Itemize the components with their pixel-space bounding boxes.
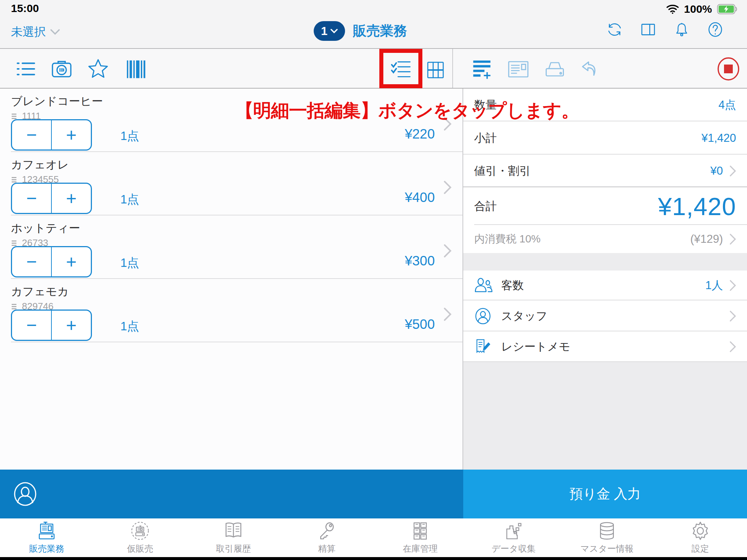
chevron-right-icon bbox=[729, 341, 736, 353]
help-button[interactable] bbox=[707, 21, 724, 38]
tutorial-annotation: 【明細一括編集】ボタンをタップします。 bbox=[235, 98, 579, 123]
cash-drawer-button[interactable] bbox=[544, 60, 565, 79]
code-icon bbox=[11, 113, 19, 120]
tab-label: 仮販売 bbox=[127, 543, 153, 555]
chevron-right-icon bbox=[729, 165, 736, 177]
item-list-button[interactable] bbox=[15, 58, 37, 80]
tab-data-collection[interactable]: データ収集 bbox=[467, 518, 560, 557]
favorites-button[interactable] bbox=[87, 58, 109, 80]
tab-history[interactable]: 取引履歴 bbox=[187, 518, 280, 557]
receipt-memo-icon bbox=[474, 338, 493, 355]
receipt-preview-button[interactable] bbox=[508, 61, 529, 78]
quantity-stepper: − + bbox=[11, 119, 92, 151]
toolbar-divider bbox=[452, 49, 453, 88]
tab-label: 在庫管理 bbox=[403, 543, 438, 555]
screen-edge bbox=[0, 557, 747, 560]
chevron-right-icon bbox=[729, 310, 736, 322]
total-label: 合計 bbox=[474, 199, 497, 214]
tab-label: 販売業務 bbox=[29, 543, 64, 555]
store-selector[interactable]: 未選択 bbox=[11, 24, 60, 40]
gear-icon bbox=[690, 521, 710, 541]
split-view-button[interactable] bbox=[640, 21, 657, 38]
item-name: ブレンドコーヒー bbox=[11, 94, 103, 109]
staff-row[interactable]: スタッフ bbox=[463, 300, 747, 331]
quantity-stepper: − + bbox=[11, 310, 92, 341]
customer-bar bbox=[0, 470, 463, 518]
discount-value: ¥0 bbox=[711, 164, 723, 178]
plus-button[interactable]: + bbox=[52, 311, 91, 340]
transaction-number: 1 bbox=[321, 24, 328, 38]
staff-label: スタッフ bbox=[501, 308, 547, 324]
quantity-stepper: − + bbox=[11, 246, 92, 277]
customer-icon[interactable] bbox=[13, 482, 37, 506]
minus-button[interactable]: − bbox=[12, 184, 52, 213]
store-selector-label: 未選択 bbox=[11, 24, 46, 40]
barcode-button[interactable] bbox=[125, 59, 147, 79]
temp-sale-icon bbox=[130, 521, 150, 541]
shelves-icon bbox=[410, 521, 430, 541]
ledger-icon bbox=[224, 521, 243, 541]
cart-item-row[interactable]: カフェモカ 829746 − + 1点 ¥500 bbox=[0, 279, 462, 342]
plus-button[interactable]: + bbox=[52, 120, 91, 149]
minus-button[interactable]: − bbox=[12, 120, 52, 149]
deposit-button-label: 預り金 入力 bbox=[569, 485, 641, 503]
item-price: ¥300 bbox=[405, 253, 435, 269]
receipt-memo-row[interactable]: レシートメモ bbox=[463, 331, 747, 362]
item-name: カフェモカ bbox=[11, 284, 69, 299]
bell-button[interactable] bbox=[673, 21, 690, 38]
total-row: 合計 ¥1,420 bbox=[463, 187, 747, 225]
status-cluster: 100% bbox=[666, 3, 738, 15]
tab-temp-sales[interactable]: 仮販売 bbox=[93, 518, 187, 557]
grid-view-button[interactable] bbox=[426, 61, 445, 79]
chevron-right-icon bbox=[444, 307, 452, 321]
tax-label: 内消費税 10% bbox=[474, 232, 541, 246]
customers-label: 客数 bbox=[501, 278, 524, 293]
chevron-down-icon bbox=[330, 29, 338, 34]
undo-button[interactable] bbox=[580, 59, 601, 79]
data-blocks-icon bbox=[504, 521, 523, 541]
tab-master-info[interactable]: マスター情報 bbox=[560, 518, 654, 557]
item-name: ホットティー bbox=[11, 221, 80, 236]
subtotal-label: 小計 bbox=[474, 131, 497, 146]
tab-sales[interactable]: 販売業務 bbox=[0, 518, 93, 557]
cart-item-list: ブレンドコーヒー 1111 − + 1点 ¥220 カフェオレ 1234555 bbox=[0, 89, 462, 470]
camera-scan-button[interactable] bbox=[50, 58, 73, 80]
sync-button[interactable] bbox=[606, 21, 623, 38]
chevron-right-icon bbox=[444, 244, 452, 258]
item-quantity: 1点 bbox=[120, 128, 139, 144]
transaction-badge[interactable]: 1 bbox=[314, 21, 345, 41]
clock: 15:00 bbox=[11, 2, 39, 15]
item-price: ¥400 bbox=[405, 190, 435, 205]
wifi-icon bbox=[666, 4, 679, 14]
code-icon bbox=[11, 176, 19, 183]
tab-label: 取引履歴 bbox=[216, 543, 251, 555]
plus-button[interactable]: + bbox=[52, 184, 91, 213]
cart-item-row[interactable]: カフェオレ 1234555 − + 1点 ¥400 bbox=[0, 152, 462, 215]
staff-icon bbox=[474, 307, 493, 325]
battery-icon bbox=[717, 4, 738, 14]
plus-button[interactable]: + bbox=[52, 247, 91, 276]
minus-button[interactable]: − bbox=[12, 247, 52, 276]
tab-bar: 販売業務 仮販売 取引履歴 bbox=[0, 518, 747, 557]
tab-settlement[interactable]: 精算 bbox=[280, 518, 374, 557]
tab-settings[interactable]: 設定 bbox=[654, 518, 747, 557]
quantity-value: 4点 bbox=[719, 97, 736, 113]
discount-label: 値引・割引 bbox=[474, 163, 531, 179]
discount-row[interactable]: 値引・割引 ¥0 bbox=[463, 155, 747, 187]
add-line-button[interactable] bbox=[471, 58, 492, 79]
subtotal-row: 小計 ¥1,420 bbox=[463, 121, 747, 155]
customers-row[interactable]: 客数 1人 bbox=[463, 271, 747, 300]
deposit-button[interactable]: 預り金 入力 bbox=[463, 470, 747, 518]
item-quantity: 1点 bbox=[120, 191, 139, 208]
tax-row[interactable]: 内消費税 10% (¥129) bbox=[463, 225, 747, 253]
transaction-switcher[interactable]: 1 販売業務 bbox=[314, 21, 407, 41]
cart-item-row[interactable]: ホットティー 26733 − + 1点 ¥300 bbox=[0, 215, 462, 279]
tab-label: データ収集 bbox=[491, 543, 535, 555]
page-title: 販売業務 bbox=[353, 22, 407, 40]
tab-inventory[interactable]: 在庫管理 bbox=[374, 518, 467, 557]
record-stop-button[interactable] bbox=[716, 57, 740, 81]
minus-button[interactable]: − bbox=[12, 311, 52, 340]
customers-icon bbox=[474, 277, 493, 293]
code-icon bbox=[11, 303, 19, 310]
battery-percent: 100% bbox=[684, 3, 712, 15]
